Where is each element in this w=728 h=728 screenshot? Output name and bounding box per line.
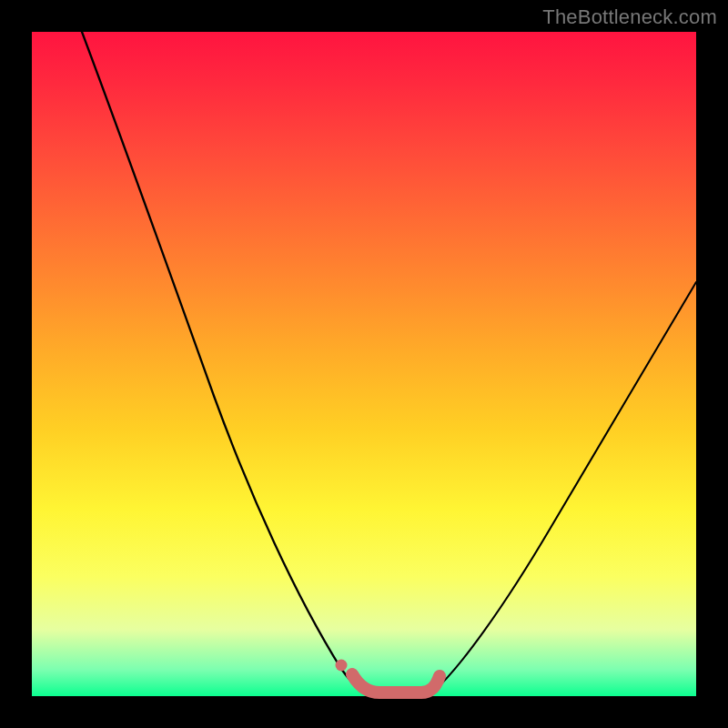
bottom-dot [336,660,348,672]
plot-area [32,32,696,696]
chart-svg [32,32,696,696]
bottom-band [352,674,440,693]
left-curve [82,32,367,693]
watermark-text: TheBottleneck.com [542,5,717,29]
chart-frame: TheBottleneck.com [0,0,728,728]
right-curve [432,282,696,693]
